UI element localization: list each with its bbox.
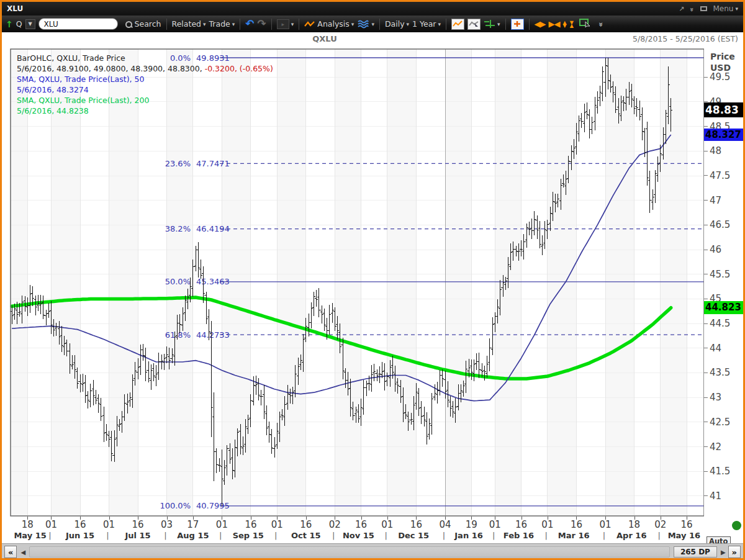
price-chart[interactable]: 0.0%49.893123.6%47.747138.2%46.419450.0%… xyxy=(9,48,706,517)
x-month-separator: | xyxy=(164,531,166,540)
x-tick-label: 01 xyxy=(103,519,115,530)
chevron-down-icon: ▾ xyxy=(407,21,410,27)
fib-pct-label: 0.0% xyxy=(170,53,191,63)
expand-horizontal-icon[interactable]: ◀▶ xyxy=(535,20,546,28)
x-tick-label: 16 xyxy=(410,519,422,530)
fib-value-label: 40.7995 xyxy=(196,501,230,510)
chart-panel: QXLU 5/8/2015 - 5/25/2016 (EST) 0.0%49.8… xyxy=(2,32,743,558)
title-bar: XLU ↗ » Menu ▾ xyxy=(2,2,743,16)
y-tick xyxy=(704,274,708,274)
range-menu[interactable]: 1 Year ▾ xyxy=(412,19,441,29)
x-tick-label: 16 xyxy=(571,519,582,530)
menu-button[interactable]: Menu ▾ xyxy=(713,4,738,13)
application-window: XLU ↗ » Menu ▾ ↑ Q ▼ Search Related ▾ Tr… xyxy=(0,0,745,560)
x-month-label: Aug 15 xyxy=(177,531,209,540)
y-tick xyxy=(704,397,708,398)
price-mark-badge: 48.83 xyxy=(704,102,745,117)
fib-value-label: 46.4194 xyxy=(196,224,230,233)
divider xyxy=(379,19,380,30)
collapse-icon[interactable]: » xyxy=(689,7,695,10)
chart-hand-icon xyxy=(469,20,479,28)
x-month-separator: | xyxy=(545,531,548,540)
analysis-menu[interactable]: Analysis ▾ xyxy=(304,19,354,29)
y-tick xyxy=(704,495,708,496)
wave-studies-button[interactable]: ▾ xyxy=(357,19,374,29)
period-menu[interactable]: Daily ▾ xyxy=(385,19,409,29)
y-tick-label: 45.5 xyxy=(710,269,730,280)
price-axis[interactable]: Price USD 49.54948.54847.54746.54645.545… xyxy=(704,48,745,549)
related-menu[interactable]: Related ▾ xyxy=(172,19,206,29)
price-mark-badge: 48.327 xyxy=(704,129,745,141)
add-panel-button[interactable] xyxy=(511,19,524,30)
y-tick xyxy=(704,101,708,102)
x-month-separator: | xyxy=(492,531,495,540)
y-tick xyxy=(704,151,708,151)
y-tick-label: 43.5 xyxy=(710,367,730,378)
search-button[interactable]: Search xyxy=(125,19,161,29)
y-tick-label: 44 xyxy=(710,343,721,354)
redo-icon[interactable]: ↷ xyxy=(258,19,266,29)
y-tick xyxy=(704,422,708,422)
scrollbar-track[interactable] xyxy=(29,546,670,558)
x-month-label: May 15 xyxy=(14,531,46,540)
divider xyxy=(240,19,240,30)
x-month-label: Apr 16 xyxy=(616,531,646,540)
fib-pct-label: 100.0% xyxy=(160,501,191,510)
x-tick-label: 02 xyxy=(329,519,341,530)
box-zoom-icon[interactable] xyxy=(579,18,591,30)
chevron-down-icon: ▾ xyxy=(735,6,738,12)
scroll-right-icon[interactable]: ▶ xyxy=(721,549,726,556)
x-tick-label: 18 xyxy=(628,519,640,530)
undo-icon[interactable]: ↶ xyxy=(245,19,254,29)
expand-vertical-icon[interactable]: ▲▼ xyxy=(563,21,567,27)
x-tick-label: 16 xyxy=(245,519,256,530)
divider xyxy=(299,19,299,30)
x-tick-label: 01 xyxy=(541,519,553,530)
price-level-icon xyxy=(484,19,495,29)
symbol-input[interactable] xyxy=(38,18,118,30)
chevron-down-icon: ▾ xyxy=(371,21,374,27)
quote-label: Q xyxy=(16,19,22,29)
x-month-separator: | xyxy=(443,531,445,540)
maximize-icon[interactable] xyxy=(700,6,707,11)
x-month-separator: | xyxy=(48,531,51,540)
levels-tool-button[interactable]: ▾ xyxy=(484,19,500,29)
layouts-button[interactable]: ▸ ▾ xyxy=(277,19,294,29)
fib-value-label: 44.2733 xyxy=(196,330,230,340)
y-tick-label: 41 xyxy=(710,490,721,502)
scroll-far-left-button[interactable]: « xyxy=(4,546,17,558)
compress-vertical-icon[interactable]: ▼▲ xyxy=(570,21,574,27)
divider xyxy=(505,19,506,30)
y-tick-label: 47.5 xyxy=(710,170,730,181)
x-tick-label: 16 xyxy=(132,519,143,530)
compress-horizontal-icon[interactable]: ▶◀ xyxy=(549,20,560,28)
y-tick-label: 49.5 xyxy=(710,71,730,83)
x-tick-label: 01 xyxy=(45,519,57,530)
chart-settings-button[interactable] xyxy=(467,19,481,30)
trade-menu[interactable]: Trade ▾ xyxy=(209,19,235,29)
plus-icon xyxy=(513,20,522,28)
scroll-left-icon[interactable]: ◀ xyxy=(20,549,25,556)
scroll-far-right-button[interactable]: » xyxy=(728,546,741,558)
datapoints-button[interactable]: 265 DP xyxy=(674,546,717,558)
divider xyxy=(529,19,530,30)
y-tick xyxy=(704,299,708,299)
x-tick-label: 16 xyxy=(74,519,86,530)
x-tick-label: 01 xyxy=(599,519,611,530)
divider xyxy=(166,19,167,30)
x-month-label: Jul 15 xyxy=(125,531,150,540)
x-tick-label: 19 xyxy=(466,519,477,530)
y-tick xyxy=(704,471,708,472)
divider xyxy=(271,19,272,30)
toolbar: ↑ Q ▼ Search Related ▾ Trade ▾ ↶ ↷ ▸ ▾ xyxy=(2,16,743,32)
y-tick xyxy=(704,200,708,201)
x-tick-label: 16 xyxy=(300,519,312,530)
send-symbol-icon[interactable]: ↑ xyxy=(6,19,13,29)
popout-icon[interactable]: ↗ xyxy=(679,6,684,12)
x-month-label: Jun 15 xyxy=(66,531,94,540)
chart-type-button[interactable] xyxy=(451,19,464,30)
more-tools-icon[interactable]: » xyxy=(596,22,605,25)
x-month-separator: | xyxy=(603,531,605,540)
fib-pct-label: 38.2% xyxy=(165,224,191,233)
quote-dropdown[interactable]: ▼ xyxy=(25,19,35,29)
